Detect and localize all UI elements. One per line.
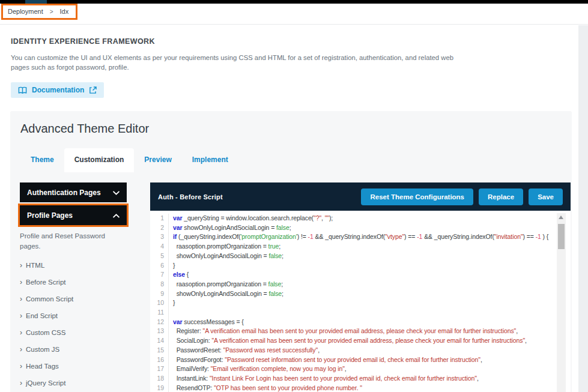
- code-line-content: InstantLink: "Instant Link For Login has…: [169, 374, 571, 384]
- code-line: 6}: [150, 261, 571, 271]
- line-number: 9: [150, 289, 169, 299]
- chevron-right-icon: ›: [20, 379, 22, 387]
- top-window-bar: [0, 0, 588, 4]
- editor-actions: Reset Theme ConfigurationsReplaceSave: [361, 188, 563, 205]
- line-number: 14: [150, 336, 169, 346]
- chevron-right-icon: ›: [20, 328, 22, 337]
- sidebar-item-common-script[interactable]: ›Common Script: [20, 291, 140, 307]
- documentation-button[interactable]: Documentation: [11, 82, 104, 98]
- code-line: 11: [150, 308, 571, 318]
- sidebar-item-before-script[interactable]: ›Before Script: [20, 274, 140, 291]
- code-line: 3if (_queryString.indexOf('promptOrganiz…: [150, 232, 571, 242]
- code-line-content: ResendOTP: "OTP has been sent to your pr…: [169, 384, 571, 392]
- line-number: 15: [150, 346, 169, 355]
- sidebar-item-label: Custom CSS: [26, 329, 65, 336]
- panel-title: Advanced Theme Editor: [10, 111, 572, 136]
- line-number: 10: [150, 298, 169, 308]
- advanced-theme-editor-panel: Advanced Theme Editor ThemeCustomization…: [10, 111, 572, 392]
- code-line-content: var successMessages = {: [169, 318, 571, 327]
- page-scrollbar[interactable]: [578, 25, 588, 392]
- code-line: 13 Register: "A verification email has b…: [150, 327, 571, 336]
- chevron-down-icon: [113, 188, 120, 197]
- sidebar-item-label: End Script: [26, 312, 58, 319]
- editor-header: Auth - Before Script Reset Theme Configu…: [150, 182, 571, 211]
- line-number: 2: [150, 223, 169, 233]
- code-line-content: [169, 308, 571, 318]
- line-number: 8: [150, 280, 169, 289]
- sidebar-item-head-tags[interactable]: ›Head Tags: [20, 358, 140, 375]
- code-line-content: PasswordReset: "Password was reset succe…: [169, 346, 571, 355]
- line-number: 4: [150, 242, 169, 252]
- code-line-content: }: [169, 298, 571, 308]
- code-line: 9 showOnlyLoginAndSocialLogin = false;: [150, 289, 571, 299]
- sidebar-item-label: Common Script: [26, 295, 73, 303]
- replace-button[interactable]: Replace: [479, 188, 523, 205]
- line-number: 13: [150, 327, 169, 336]
- code-line-content: raasoption.promptOrganization = false;: [169, 280, 571, 289]
- line-number: 1: [150, 214, 169, 223]
- chevron-up-icon: [113, 211, 120, 220]
- code-line-content: Register: "A verification email has been…: [169, 327, 571, 336]
- breadcrumb-separator: >: [50, 8, 53, 15]
- tab-customization[interactable]: Customization: [64, 148, 135, 172]
- code-line-content: var _queryString = window.location.searc…: [169, 214, 571, 223]
- breadcrumb-item-deployment[interactable]: Deployment: [8, 8, 43, 15]
- code-line: 17 EmailVerify: "Email verification comp…: [150, 364, 571, 374]
- code-area[interactable]: 1var _queryString = window.location.sear…: [150, 211, 571, 392]
- sidebar-description: Profile and Reset Password pages.: [20, 231, 116, 252]
- code-line-content: if (_queryString.indexOf('promptOrganiza…: [169, 232, 571, 242]
- code-line: 12var successMessages = {: [150, 318, 571, 327]
- book-icon: [18, 86, 27, 94]
- code-line-content: var showOnlyLoginAndSocialLogin = false;: [169, 223, 571, 233]
- line-number: 11: [150, 308, 169, 318]
- sidebar-item-jquery-script[interactable]: ›jQuery Script: [20, 375, 140, 391]
- sidebar-links: ›HTML›Before Script›Common Script›End Sc…: [20, 257, 140, 391]
- accordion-profile-pages[interactable]: Profile Pages: [20, 205, 127, 225]
- breadcrumb-item-idx[interactable]: Idx: [60, 8, 69, 15]
- save-button[interactable]: Save: [529, 188, 563, 205]
- chevron-right-icon: ›: [20, 295, 22, 303]
- page-title: IDENTITY EXPERIENCE FRAMEWORK: [11, 37, 479, 46]
- code-line-content: raasoption.promptOrganization = true;: [169, 242, 571, 252]
- sidebar-item-custom-js[interactable]: ›Custom JS: [20, 341, 140, 358]
- chevron-right-icon: ›: [20, 278, 22, 286]
- editor-scrollbar[interactable]: [557, 213, 566, 392]
- editor-title: Auth - Before Script: [158, 193, 223, 201]
- sidebar-item-custom-css[interactable]: ›Custom CSS: [20, 324, 140, 341]
- tab-implement[interactable]: Implement: [182, 148, 238, 172]
- code-line-content: PasswordForgot: "Password reset informat…: [169, 355, 571, 365]
- code-line: 5 showOnlyLoginAndSocialLogin = false;: [150, 252, 571, 261]
- reset-theme-configurations-button[interactable]: Reset Theme Configurations: [361, 188, 473, 205]
- breadcrumb[interactable]: Deployment>Idx: [1, 4, 77, 20]
- chevron-right-icon: ›: [20, 261, 22, 270]
- code-line: 10}: [150, 298, 571, 308]
- tab-preview[interactable]: Preview: [134, 148, 181, 172]
- documentation-label: Documentation: [32, 86, 84, 94]
- sidebar-item-html[interactable]: ›HTML: [20, 257, 140, 274]
- line-number: 7: [150, 270, 169, 280]
- line-number: 3: [150, 232, 169, 242]
- accordion-label: Authentication Pages: [27, 188, 101, 197]
- line-number: 6: [150, 261, 169, 271]
- scrollbar-thumb[interactable]: [558, 224, 565, 249]
- chevron-right-icon: ›: [20, 345, 22, 354]
- chevron-right-icon: ›: [20, 312, 22, 320]
- sidebar-item-label: Head Tags: [26, 363, 59, 370]
- page-description: You can customize the UI and UX elements…: [11, 53, 456, 72]
- line-number: 19: [150, 384, 169, 392]
- line-number: 18: [150, 374, 169, 384]
- code-line: 8 raasoption.promptOrganization = false;: [150, 280, 571, 289]
- sidebar-item-label: jQuery Script: [26, 379, 65, 387]
- code-line: 18 InstantLink: "Instant Link For Login …: [150, 374, 571, 384]
- scroll-up-arrow-icon[interactable]: [559, 216, 563, 219]
- accordion-authentication-pages[interactable]: Authentication Pages: [20, 182, 127, 202]
- code-line: 15 PasswordReset: "Password was reset su…: [150, 346, 571, 355]
- line-number: 5: [150, 252, 169, 261]
- accordion-label: Profile Pages: [27, 211, 73, 220]
- code-line: 4 raasoption.promptOrganization = true;: [150, 242, 571, 252]
- customization-sidebar: Authentication PagesProfile PagesProfile…: [20, 182, 140, 392]
- sidebar-item-end-script[interactable]: ›End Script: [20, 307, 140, 324]
- line-number: 17: [150, 364, 169, 374]
- tab-theme[interactable]: Theme: [20, 148, 64, 172]
- code-line: 14 SocialLogin: "A verification email ha…: [150, 336, 571, 346]
